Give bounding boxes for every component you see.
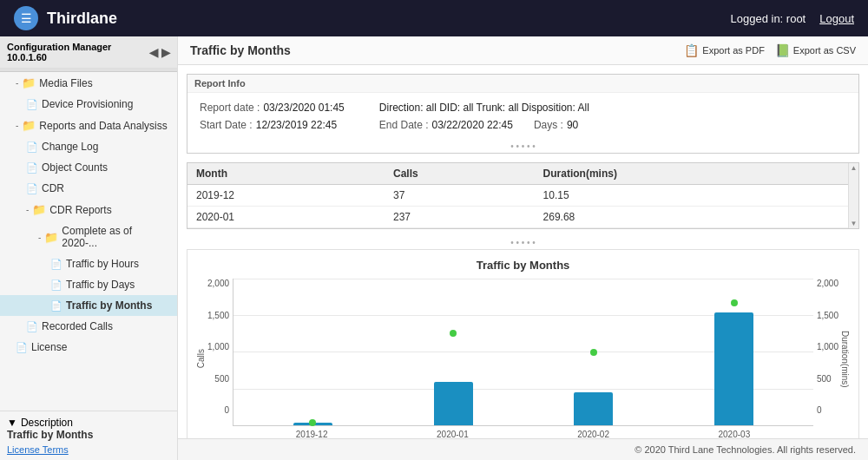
sidebar-expand-icon[interactable]: ▶ [161, 46, 170, 59]
app-logo: ☰ [14, 6, 38, 30]
chart-container: Traffic by Months Calls 2,000 1,500 1,00… [187, 249, 859, 438]
sidebar-item-object-counts[interactable]: 📄 Object Counts [0, 157, 177, 178]
dot-2019-12 [309, 419, 316, 426]
sidebar-header-icons: ◀ ▶ [149, 46, 170, 59]
chart-group-2020-01 [383, 382, 523, 425]
file-icon: 📄 [26, 162, 38, 174]
direction-row: Direction: all DID: all Trunk: all Dispo… [379, 102, 589, 114]
logout-button[interactable]: Logout [819, 12, 854, 25]
col-calls: Calls [385, 163, 535, 185]
chart-main: 2019-12 2020-01 2020-02 2020-03 [233, 279, 813, 438]
sidebar-label: Traffic by Days [66, 279, 135, 291]
app-title: Thirdlane [47, 10, 117, 28]
sidebar-bottom-title: Traffic by Months [7, 429, 170, 441]
sidebar-label: CDR Reports [49, 204, 111, 216]
logged-in-label: Logged in: root [731, 12, 806, 25]
file-icon: 📄 [26, 183, 38, 194]
sidebar-item-complete[interactable]: - 📁 Complete as of 2020-... [0, 220, 177, 253]
file-icon: 📄 [26, 321, 38, 332]
bar-2020-03 [714, 312, 753, 425]
bar-2020-01 [434, 382, 473, 425]
bar-2020-02 [574, 392, 613, 425]
cell-month: 2019-12 [187, 185, 385, 207]
sidebar-header: Configuration Manager 10.0.1.60 ◀ ▶ [0, 36, 177, 69]
sidebar-label: Traffic by Months [66, 299, 152, 312]
report-date-row: Report date : 03/23/2020 01:45 [200, 102, 345, 114]
data-table-wrap: Month Calls Duration(mins) 2019-12 37 10… [187, 162, 859, 229]
footer-text: © 2020 Third Lane Technologies. All righ… [635, 444, 856, 455]
sidebar-item-traffic-hours[interactable]: 📄 Traffic by Hours [0, 253, 177, 274]
folder-icon: 📁 [44, 231, 58, 244]
table-row: 2019-12 37 10.15 [187, 185, 858, 207]
scroll-down-btn[interactable]: ▼ [849, 219, 858, 228]
expand-icon: - [16, 78, 18, 88]
start-date-value: 12/23/2019 22:45 [256, 119, 337, 131]
main-layout: Configuration Manager 10.0.1.60 ◀ ▶ - 📁 … [0, 36, 868, 460]
export-csv-button[interactable]: 📗 Export as CSV [775, 43, 856, 57]
sidebar-collapse-icon[interactable]: ◀ [149, 46, 158, 59]
data-table: Month Calls Duration(mins) 2019-12 37 10… [187, 163, 858, 228]
sidebar-item-media-files[interactable]: - 📁 Media Files [0, 72, 177, 94]
sidebar-label: License [31, 341, 67, 353]
sidebar-label: Complete as of 2020-... [62, 225, 170, 249]
description-toggle[interactable]: ▼ Description [7, 417, 170, 429]
sidebar-bottom: ▼ Description Traffic by Months License … [0, 411, 177, 460]
chart-bars-area [233, 279, 813, 426]
dot-2020-03 [731, 299, 738, 306]
folder-icon: 📁 [32, 203, 46, 216]
cell-duration: 10.15 [535, 185, 858, 207]
sidebar-item-license[interactable]: 📄 License [0, 337, 177, 358]
file-icon: 📄 [26, 99, 38, 110]
sidebar-item-reports[interactable]: - 📁 Reports and Data Analysiss [0, 115, 177, 136]
chart-group-2020-03 [664, 312, 805, 425]
file-icon: 📄 [50, 300, 62, 312]
header-left: ☰ Thirdlane [14, 6, 117, 30]
sidebar-item-cdr-reports[interactable]: - 📁 CDR Reports [0, 199, 177, 220]
sidebar: Configuration Manager 10.0.1.60 ◀ ▶ - 📁 … [0, 36, 178, 460]
dot-2020-02 [590, 349, 597, 356]
report-info-content: Report date : 03/23/2020 01:45 Start Dat… [187, 93, 858, 140]
sidebar-item-traffic-months[interactable]: 📄 Traffic by Months [0, 295, 177, 316]
days-label: Days : [534, 119, 563, 131]
cell-calls: 237 [385, 207, 535, 228]
sidebar-item-recorded-calls[interactable]: 📄 Recorded Calls [0, 316, 177, 337]
chart-title: Traffic by Months [196, 259, 850, 272]
sidebar-label: Change Log [42, 141, 98, 153]
chart-x-labels: 2019-12 2020-01 2020-02 2020-03 [233, 426, 813, 438]
table-scrollbar[interactable]: ▲ ▼ [848, 163, 858, 228]
table-row: 2020-01 237 269.68 [187, 207, 858, 228]
content-scroll: Report Info Report date : 03/23/2020 01:… [178, 65, 868, 438]
sidebar-label: CDR [42, 182, 64, 194]
start-date-label: Start Date : [200, 119, 253, 131]
report-info-left: Report date : 03/23/2020 01:45 Start Dat… [200, 102, 345, 131]
file-icon: 📄 [50, 259, 62, 270]
license-terms-link[interactable]: License Terms [7, 444, 170, 455]
start-date-row: Start Date : 12/23/2019 22:45 [200, 119, 345, 131]
content-title: Traffic by Months [190, 43, 291, 57]
sidebar-item-cdr[interactable]: 📄 CDR [0, 178, 177, 199]
table-divider: • • • • • [187, 236, 859, 249]
table-header-row: Month Calls Duration(mins) [187, 163, 858, 185]
x-label-2019-12: 2019-12 [241, 426, 382, 438]
y-axis-right-label: Duration(mins) [840, 331, 850, 388]
expand-icon: - [38, 233, 41, 242]
scroll-up-btn[interactable]: ▲ [849, 163, 858, 173]
file-icon: 📄 [16, 342, 28, 353]
y-axis-right: 2,000 1,500 1,000 500 0 [813, 279, 838, 438]
sidebar-item-change-log[interactable]: 📄 Change Log [0, 136, 177, 157]
x-label-2020-02: 2020-02 [523, 426, 664, 438]
days-value: 90 [567, 119, 578, 131]
sidebar-label: Traffic by Hours [66, 258, 139, 270]
cell-month: 2020-01 [187, 207, 385, 228]
header-right: Logged in: root Logout [731, 12, 855, 25]
expand-icon: - [26, 205, 29, 214]
sidebar-item-device-provisioning[interactable]: 📄 Device Provisioning [0, 94, 177, 115]
export-pdf-button[interactable]: 📋 Export as PDF [684, 43, 765, 57]
dot-2020-01 [450, 330, 457, 337]
export-csv-label: Export as CSV [793, 45, 856, 56]
footer: © 2020 Third Lane Technologies. All righ… [178, 438, 868, 460]
header: ☰ Thirdlane Logged in: root Logout [0, 0, 868, 36]
report-info-title: Report Info [187, 75, 858, 93]
sidebar-item-traffic-days[interactable]: 📄 Traffic by Days [0, 274, 177, 295]
content-actions: 📋 Export as PDF 📗 Export as CSV [684, 43, 856, 57]
